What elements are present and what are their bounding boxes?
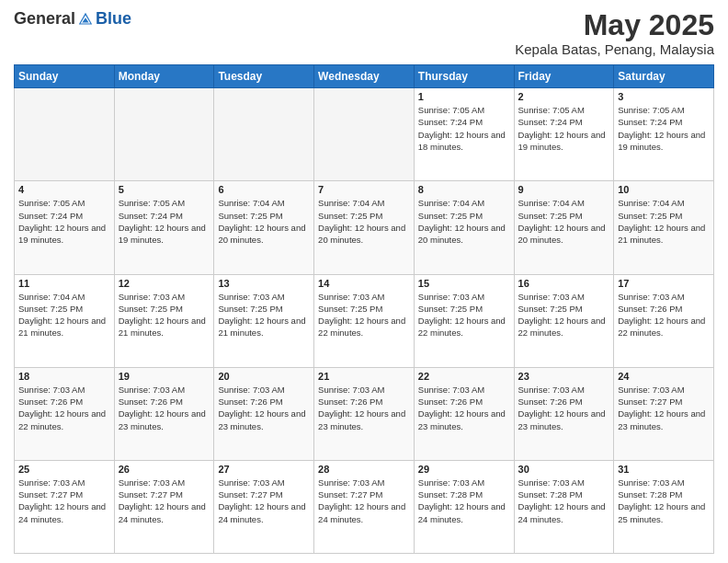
- calendar-day-cell: 28Sunrise: 7:03 AMSunset: 7:27 PMDayligh…: [314, 460, 415, 553]
- calendar-day-cell: 24Sunrise: 7:03 AMSunset: 7:27 PMDayligh…: [614, 367, 714, 460]
- day-number: 17: [618, 278, 710, 289]
- calendar-day-cell: 11Sunrise: 7:04 AMSunset: 7:25 PMDayligh…: [15, 274, 115, 367]
- calendar-day-header: Sunday: [15, 65, 115, 88]
- calendar-week-row: 11Sunrise: 7:04 AMSunset: 7:25 PMDayligh…: [15, 274, 714, 367]
- day-info: Sunrise: 7:03 AMSunset: 7:27 PMDaylight:…: [618, 384, 710, 432]
- day-info: Sunrise: 7:05 AMSunset: 7:24 PMDaylight:…: [18, 197, 110, 246]
- calendar-day-cell: 23Sunrise: 7:03 AMSunset: 7:26 PMDayligh…: [514, 367, 614, 460]
- day-info: Sunrise: 7:05 AMSunset: 7:24 PMDaylight:…: [518, 104, 610, 153]
- day-info: Sunrise: 7:05 AMSunset: 7:24 PMDaylight:…: [418, 104, 510, 153]
- calendar-day-cell: 3Sunrise: 7:05 AMSunset: 7:24 PMDaylight…: [614, 88, 714, 181]
- calendar-header-row: SundayMondayTuesdayWednesdayThursdayFrid…: [15, 65, 714, 88]
- day-number: 10: [618, 184, 710, 195]
- day-info: Sunrise: 7:05 AMSunset: 7:24 PMDaylight:…: [119, 197, 210, 246]
- day-info: Sunrise: 7:03 AMSunset: 7:25 PMDaylight:…: [218, 291, 310, 339]
- day-info: Sunrise: 7:03 AMSunset: 7:26 PMDaylight:…: [318, 384, 410, 432]
- day-number: 4: [18, 184, 110, 195]
- calendar-day-cell: 10Sunrise: 7:04 AMSunset: 7:25 PMDayligh…: [614, 181, 714, 274]
- calendar-day-cell: 15Sunrise: 7:03 AMSunset: 7:25 PMDayligh…: [414, 274, 514, 367]
- calendar-day-cell: 12Sunrise: 7:03 AMSunset: 7:25 PMDayligh…: [114, 274, 214, 367]
- day-info: Sunrise: 7:03 AMSunset: 7:27 PMDaylight:…: [18, 477, 110, 525]
- day-number: 9: [518, 184, 610, 195]
- day-info: Sunrise: 7:03 AMSunset: 7:27 PMDaylight:…: [119, 477, 210, 525]
- day-number: 2: [518, 91, 610, 102]
- day-number: 12: [119, 278, 210, 289]
- day-number: 29: [418, 464, 510, 475]
- calendar-day-cell: 19Sunrise: 7:03 AMSunset: 7:26 PMDayligh…: [114, 367, 214, 460]
- day-number: 15: [418, 278, 510, 289]
- calendar-day-cell: 17Sunrise: 7:03 AMSunset: 7:26 PMDayligh…: [614, 274, 714, 367]
- logo-blue: Blue: [96, 9, 131, 29]
- day-number: 16: [518, 278, 610, 289]
- calendar-day-cell: 6Sunrise: 7:04 AMSunset: 7:25 PMDaylight…: [214, 181, 314, 274]
- calendar-day-cell: 26Sunrise: 7:03 AMSunset: 7:27 PMDayligh…: [114, 460, 214, 553]
- page: General Blue May 2025 Kepala Batas, Pena…: [0, 0, 728, 563]
- calendar-day-cell: [314, 88, 415, 181]
- day-info: Sunrise: 7:03 AMSunset: 7:28 PMDaylight:…: [618, 477, 710, 525]
- day-info: Sunrise: 7:03 AMSunset: 7:28 PMDaylight:…: [518, 477, 610, 525]
- day-info: Sunrise: 7:03 AMSunset: 7:25 PMDaylight:…: [418, 291, 510, 339]
- day-number: 25: [18, 464, 110, 475]
- calendar-day-cell: 18Sunrise: 7:03 AMSunset: 7:26 PMDayligh…: [15, 367, 115, 460]
- day-number: 18: [18, 371, 110, 382]
- day-info: Sunrise: 7:05 AMSunset: 7:24 PMDaylight:…: [618, 104, 710, 153]
- calendar-week-row: 4Sunrise: 7:05 AMSunset: 7:24 PMDaylight…: [15, 181, 714, 274]
- day-number: 11: [18, 278, 110, 289]
- header: General Blue May 2025 Kepala Batas, Pena…: [14, 9, 714, 57]
- calendar-table: SundayMondayTuesdayWednesdayThursdayFrid…: [14, 64, 714, 554]
- day-number: 24: [618, 371, 710, 382]
- day-info: Sunrise: 7:03 AMSunset: 7:26 PMDaylight:…: [119, 384, 210, 432]
- day-number: 19: [119, 371, 210, 382]
- day-number: 6: [218, 184, 310, 195]
- calendar-day-cell: 14Sunrise: 7:03 AMSunset: 7:25 PMDayligh…: [314, 274, 415, 367]
- day-number: 7: [318, 184, 410, 195]
- day-info: Sunrise: 7:03 AMSunset: 7:28 PMDaylight:…: [418, 477, 510, 525]
- logo-icon: [77, 11, 94, 28]
- calendar-week-row: 1Sunrise: 7:05 AMSunset: 7:24 PMDaylight…: [15, 88, 714, 181]
- day-number: 1: [418, 91, 510, 102]
- calendar-day-cell: 16Sunrise: 7:03 AMSunset: 7:25 PMDayligh…: [514, 274, 614, 367]
- calendar-day-header: Tuesday: [214, 65, 314, 88]
- calendar-day-cell: 27Sunrise: 7:03 AMSunset: 7:27 PMDayligh…: [214, 460, 314, 553]
- day-info: Sunrise: 7:03 AMSunset: 7:26 PMDaylight:…: [218, 384, 310, 432]
- calendar-day-cell: 29Sunrise: 7:03 AMSunset: 7:28 PMDayligh…: [414, 460, 514, 553]
- month-title: May 2025: [515, 9, 714, 41]
- calendar-day-cell: 22Sunrise: 7:03 AMSunset: 7:26 PMDayligh…: [414, 367, 514, 460]
- day-number: 31: [618, 464, 710, 475]
- day-info: Sunrise: 7:04 AMSunset: 7:25 PMDaylight:…: [518, 197, 610, 246]
- calendar-day-cell: 4Sunrise: 7:05 AMSunset: 7:24 PMDaylight…: [15, 181, 115, 274]
- calendar-day-cell: 5Sunrise: 7:05 AMSunset: 7:24 PMDaylight…: [114, 181, 214, 274]
- day-number: 26: [119, 464, 210, 475]
- calendar-day-cell: 31Sunrise: 7:03 AMSunset: 7:28 PMDayligh…: [614, 460, 714, 553]
- calendar-day-header: Monday: [114, 65, 214, 88]
- calendar-day-header: Thursday: [414, 65, 514, 88]
- day-number: 23: [518, 371, 610, 382]
- logo: General Blue: [14, 9, 131, 29]
- day-number: 21: [318, 371, 410, 382]
- title-block: May 2025 Kepala Batas, Penang, Malaysia: [515, 9, 714, 57]
- calendar-week-row: 18Sunrise: 7:03 AMSunset: 7:26 PMDayligh…: [15, 367, 714, 460]
- calendar-day-cell: 25Sunrise: 7:03 AMSunset: 7:27 PMDayligh…: [15, 460, 115, 553]
- day-info: Sunrise: 7:03 AMSunset: 7:27 PMDaylight:…: [218, 477, 310, 525]
- calendar-day-cell: 21Sunrise: 7:03 AMSunset: 7:26 PMDayligh…: [314, 367, 415, 460]
- calendar-day-header: Friday: [514, 65, 614, 88]
- day-info: Sunrise: 7:04 AMSunset: 7:25 PMDaylight:…: [18, 291, 110, 339]
- day-info: Sunrise: 7:03 AMSunset: 7:25 PMDaylight:…: [518, 291, 610, 339]
- day-info: Sunrise: 7:03 AMSunset: 7:25 PMDaylight:…: [318, 291, 410, 339]
- day-number: 14: [318, 278, 410, 289]
- day-number: 13: [218, 278, 310, 289]
- calendar-day-cell: 1Sunrise: 7:05 AMSunset: 7:24 PMDaylight…: [414, 88, 514, 181]
- calendar-day-cell: [214, 88, 314, 181]
- day-info: Sunrise: 7:04 AMSunset: 7:25 PMDaylight:…: [318, 197, 410, 246]
- day-info: Sunrise: 7:03 AMSunset: 7:26 PMDaylight:…: [418, 384, 510, 432]
- day-info: Sunrise: 7:03 AMSunset: 7:26 PMDaylight:…: [18, 384, 110, 432]
- logo-text: General Blue: [14, 9, 131, 29]
- day-number: 27: [218, 464, 310, 475]
- calendar-day-header: Wednesday: [314, 65, 415, 88]
- calendar-day-cell: 30Sunrise: 7:03 AMSunset: 7:28 PMDayligh…: [514, 460, 614, 553]
- day-info: Sunrise: 7:03 AMSunset: 7:27 PMDaylight:…: [318, 477, 410, 525]
- calendar-day-header: Saturday: [614, 65, 714, 88]
- calendar-day-cell: 13Sunrise: 7:03 AMSunset: 7:25 PMDayligh…: [214, 274, 314, 367]
- day-number: 20: [218, 371, 310, 382]
- day-info: Sunrise: 7:04 AMSunset: 7:25 PMDaylight:…: [618, 197, 710, 246]
